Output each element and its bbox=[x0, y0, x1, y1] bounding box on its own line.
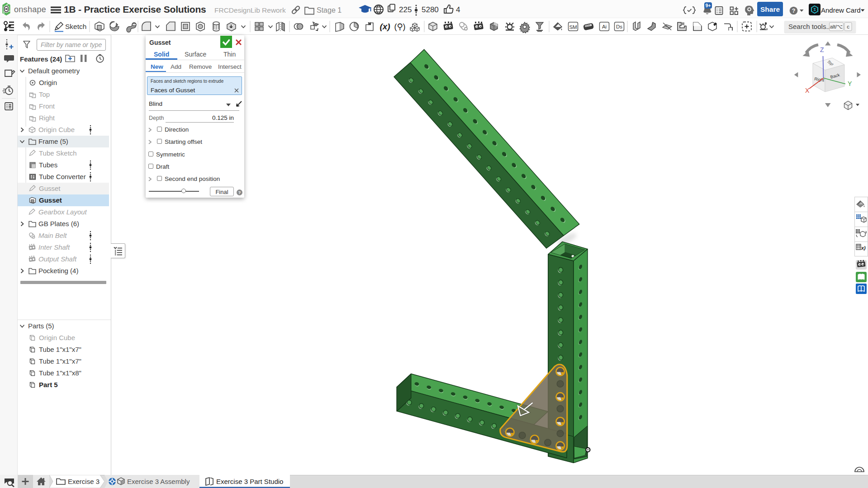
svg-text:Gearbox Layout: Gearbox Layout bbox=[38, 208, 87, 216]
svg-text:Tube 1"x1"x8": Tube 1"x1"x8" bbox=[39, 369, 81, 377]
svg-text:Output Shaft: Output Shaft bbox=[38, 255, 77, 263]
svg-text:Origin Cube: Origin Cube bbox=[38, 126, 75, 133]
svg-text:Ai: Ai bbox=[602, 24, 607, 29]
svg-text:Tube Converter: Tube Converter bbox=[39, 173, 86, 180]
svg-text:Top: Top bbox=[39, 90, 50, 98]
svg-text:(⚲): (⚲) bbox=[394, 22, 405, 31]
svg-text:Origin: Origin bbox=[39, 79, 57, 86]
svg-text:Gusset: Gusset bbox=[39, 196, 62, 204]
svg-text:Parts (5): Parts (5) bbox=[28, 322, 54, 330]
svg-text:Tube 1"x1"x7": Tube 1"x1"x7" bbox=[39, 346, 81, 353]
svg-text:Sketch: Sketch bbox=[65, 23, 86, 30]
svg-text:Ds: Ds bbox=[616, 24, 622, 29]
svg-text:Exercise 3 Assembly: Exercise 3 Assembly bbox=[127, 478, 190, 485]
svg-text:Right: Right bbox=[39, 114, 55, 122]
svg-text:Gusset: Gusset bbox=[39, 185, 61, 192]
svg-text:Tube 1"x1"x7": Tube 1"x1"x7" bbox=[39, 357, 81, 365]
svg-text:Search tools...: Search tools... bbox=[788, 23, 832, 30]
svg-text:Part 5: Part 5 bbox=[39, 381, 58, 389]
svg-text:Exercise 3 Part Studio: Exercise 3 Part Studio bbox=[216, 478, 283, 485]
svg-text:c: c bbox=[847, 24, 849, 29]
svg-text:X: X bbox=[805, 87, 810, 94]
svg-text:Origin Cube: Origin Cube bbox=[39, 334, 75, 341]
svg-text:Y: Y bbox=[848, 80, 852, 87]
svg-text:alt/⌥: alt/⌥ bbox=[830, 24, 843, 29]
svg-text:x): x) bbox=[861, 245, 866, 251]
svg-text:Inter Shaft: Inter Shaft bbox=[38, 243, 70, 251]
svg-text:Z: Z bbox=[820, 46, 824, 53]
svg-text:Pocketing (4): Pocketing (4) bbox=[38, 267, 78, 275]
svg-text:Tube Sketch: Tube Sketch bbox=[39, 149, 77, 157]
svg-text:Default geometry: Default geometry bbox=[28, 67, 80, 75]
svg-text:(x): (x) bbox=[379, 22, 390, 31]
svg-text:Exercise 3: Exercise 3 bbox=[68, 478, 100, 485]
svg-text:GB Plates (6): GB Plates (6) bbox=[38, 220, 79, 227]
svg-text:Front: Front bbox=[39, 102, 55, 110]
svg-text:SM: SM bbox=[569, 24, 577, 30]
svg-text:Tubes: Tubes bbox=[39, 161, 57, 169]
svg-text:Frame (5): Frame (5) bbox=[38, 137, 68, 145]
svg-text:Main Belt: Main Belt bbox=[38, 232, 67, 239]
